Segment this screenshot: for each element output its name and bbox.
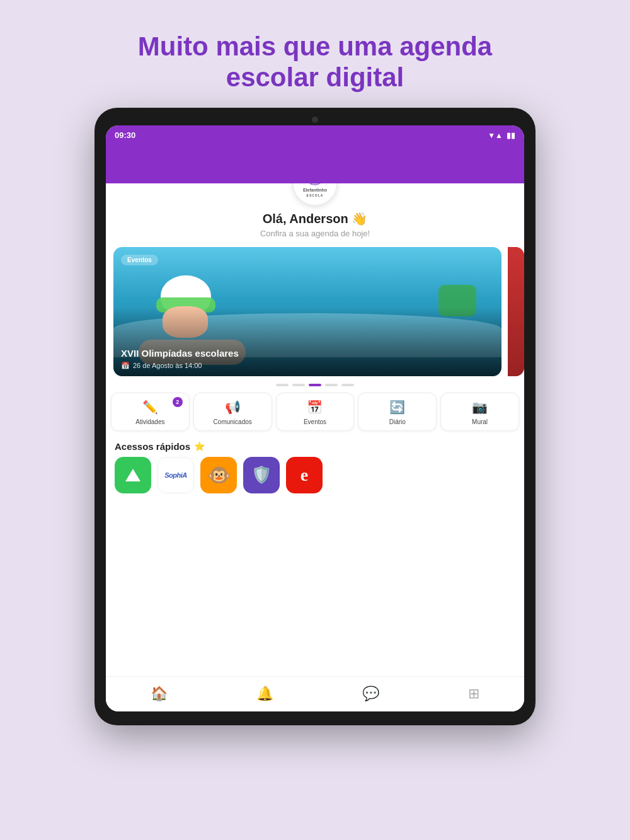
nav-home[interactable]: 🏠 bbox=[138, 682, 180, 706]
arrow-up-icon bbox=[124, 466, 142, 484]
carousel-dots bbox=[106, 384, 524, 386]
svg-marker-6 bbox=[125, 469, 140, 481]
chat-icon: 💬 bbox=[362, 686, 379, 702]
mural-icon: 📷 bbox=[472, 400, 488, 415]
bottom-navigation: 🏠 🔔 💬 ⊞ bbox=[106, 676, 524, 711]
app-icon-sophia[interactable]: SophiA bbox=[158, 457, 194, 493]
comunicados-icon: 📢 bbox=[225, 400, 241, 415]
app-icon-red[interactable]: e bbox=[286, 457, 323, 493]
carousel-card-peek bbox=[508, 247, 524, 376]
card-title: XVII Olimpíadas escolares bbox=[121, 348, 494, 359]
dot-5 bbox=[341, 384, 354, 386]
diario-icon: 🔄 bbox=[389, 400, 405, 415]
card-date: 📅 26 de Agosto às 14:00 bbox=[121, 362, 202, 370]
dot-3-active bbox=[309, 384, 321, 386]
sophia-label: SophiA bbox=[164, 471, 187, 479]
dot-4 bbox=[325, 384, 338, 386]
carousel-wrapper[interactable]: Eventos XVII Olimpíadas escolares 📅 26 d… bbox=[106, 242, 524, 379]
card-badge: Eventos bbox=[121, 255, 158, 265]
signal-icon: ▮▮ bbox=[507, 131, 515, 140]
home-icon: 🏠 bbox=[151, 686, 168, 702]
star-icon: ⭐ bbox=[194, 441, 205, 451]
atividades-badge: 2 bbox=[173, 397, 183, 407]
app-icon-monkey[interactable]: 🐵 bbox=[200, 457, 237, 493]
tablet-screen: 09:30 ▼▲ ▮▮ bbox=[106, 125, 524, 711]
app-icon-purple[interactable]: 🛡️ bbox=[243, 457, 280, 493]
mural-label: Mural bbox=[472, 418, 488, 425]
quick-access-title: Acessos rápidos bbox=[115, 441, 190, 452]
eventos-label: Eventos bbox=[304, 418, 326, 425]
quick-actions-row: ✏️ 2 Atividades 📢 Comunicados 📅 Eventos bbox=[106, 389, 524, 435]
dot-1 bbox=[276, 384, 289, 386]
atividades-icon: ✏️ bbox=[142, 400, 158, 415]
action-eventos[interactable]: 📅 Eventos bbox=[276, 393, 355, 431]
wifi-icon: ▼▲ bbox=[488, 131, 503, 140]
app-icon-green[interactable] bbox=[115, 457, 151, 493]
eventos-icon: 📅 bbox=[307, 400, 323, 415]
action-diario[interactable]: 🔄 Diário bbox=[358, 393, 437, 431]
logo-school-name: Elefantinho ESCOLA bbox=[303, 188, 327, 197]
monkey-emoji: 🐵 bbox=[207, 464, 231, 486]
quick-access-header: Acessos rápidos ⭐ bbox=[106, 435, 524, 454]
dot-2 bbox=[292, 384, 305, 386]
action-mural[interactable]: 📷 Mural bbox=[440, 393, 519, 431]
tablet-frame: 09:30 ▼▲ ▮▮ bbox=[94, 108, 536, 725]
nav-messages[interactable]: 💬 bbox=[350, 682, 392, 706]
calendar-icon: 📅 bbox=[121, 362, 130, 370]
quick-apps-row: SophiA 🐵 🛡️ e bbox=[106, 454, 524, 500]
shield-emoji: 🛡️ bbox=[251, 465, 272, 485]
svg-point-0 bbox=[307, 183, 323, 185]
status-bar: 09:30 ▼▲ ▮▮ bbox=[106, 125, 524, 146]
carousel-card-main[interactable]: Eventos XVII Olimpíadas escolares 📅 26 d… bbox=[113, 247, 501, 376]
page-title-line2: escolar digital bbox=[0, 62, 630, 108]
greeting-subtext: Confira a sua agenda de hoje! bbox=[116, 229, 514, 238]
nav-menu[interactable]: ⊞ bbox=[455, 682, 492, 706]
bell-icon: 🔔 bbox=[256, 686, 273, 702]
status-time: 09:30 bbox=[115, 130, 135, 140]
comunicados-label: Comunicados bbox=[214, 418, 252, 425]
diario-label: Diário bbox=[389, 418, 406, 425]
e-label: e bbox=[301, 465, 308, 485]
action-comunicados[interactable]: 📢 Comunicados bbox=[193, 393, 272, 431]
grid-icon: ⊞ bbox=[468, 686, 479, 702]
app-content: Elefantinho ESCOLA Olá, Anderson 👋 Confi… bbox=[106, 183, 524, 676]
status-icons: ▼▲ ▮▮ bbox=[488, 131, 515, 140]
greeting-text: Olá, Anderson 👋 bbox=[116, 211, 514, 226]
atividades-label: Atividades bbox=[135, 418, 164, 425]
camera-dot bbox=[312, 117, 318, 123]
app-header-band bbox=[106, 146, 524, 183]
elephant-icon bbox=[304, 183, 326, 187]
nav-notifications[interactable]: 🔔 bbox=[244, 682, 286, 706]
action-atividades[interactable]: ✏️ 2 Atividades bbox=[111, 393, 190, 431]
